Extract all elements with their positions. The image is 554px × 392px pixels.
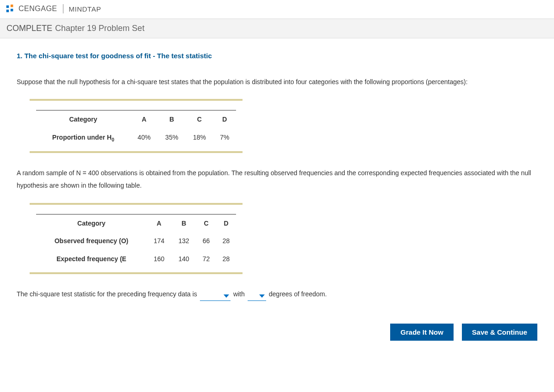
table2-col-d: D [216, 214, 236, 232]
question-paragraph-1: Suppose that the null hypothesis for a c… [17, 76, 537, 88]
table2-row1-a: 174 [147, 232, 172, 250]
table2-row2-b: 140 [171, 250, 196, 268]
table-bottom-rule [30, 151, 243, 153]
table1-col-b: B [158, 110, 186, 129]
question-paragraph-2: A random sample of N = 400 observations … [17, 167, 537, 191]
table2-header-label: Category [36, 214, 147, 232]
footer-buttons: Grade It Now Save & Continue [0, 324, 537, 341]
proportions-table: Category A B C D Proportion under H0 40%… [30, 99, 243, 153]
table2-row2-label: Expected frequency (E [36, 250, 147, 268]
table2-row1-c: 66 [196, 232, 216, 250]
brand-divider [63, 4, 63, 13]
frequencies-table: Category A B C D Observed frequency (O) … [30, 203, 243, 275]
save-continue-button[interactable]: Save & Continue [462, 324, 537, 341]
table2-bottom-rule [30, 272, 243, 274]
table1-cell-b: 35% [158, 129, 186, 147]
table1-col-c: C [186, 110, 213, 129]
question-title: 1. The chi-square test for goodness of f… [17, 49, 537, 63]
test-statistic-dropdown[interactable] [200, 292, 230, 301]
brand-sub: MINDTAP [69, 5, 101, 13]
table1-row1-label-sub: 0 [112, 137, 114, 142]
degrees-of-freedom-dropdown[interactable] [248, 292, 266, 301]
brand-bar: CENGAGE MINDTAP [0, 0, 554, 18]
fill-post: degrees of freedom. [269, 288, 327, 300]
table2-row2-c: 72 [196, 250, 216, 268]
table2-col-b: B [171, 214, 196, 232]
table2-col-a: A [147, 214, 172, 232]
assignment-title: Chapter 19 Problem Set [55, 24, 144, 33]
table2-row1-d: 28 [216, 232, 236, 250]
table1-cell-c: 18% [186, 129, 213, 147]
table1-row1-label-text: Proportion under H [52, 134, 112, 141]
assignment-status: COMPLETE [6, 24, 52, 33]
table1-row1-label: Proportion under H0 [36, 129, 130, 147]
table1-col-a: A [130, 110, 158, 129]
table2-row2-a: 160 [147, 250, 172, 268]
brand-main: CENGAGE [19, 5, 57, 13]
caret-down-icon [224, 294, 229, 298]
caret-down-icon [259, 294, 265, 298]
fill-sentence: The chi-square test statistic for the pr… [17, 288, 537, 300]
table2-row1-b: 132 [171, 232, 196, 250]
table1-header-label: Category [36, 110, 130, 129]
grade-it-now-button[interactable]: Grade It Now [390, 324, 454, 341]
table2-row1-label: Observed frequency (O) [36, 232, 147, 250]
fill-pre: The chi-square test statistic for the pr… [17, 288, 197, 300]
cengage-logo-icon [5, 4, 15, 14]
question-content: 1. The chi-square test for goodness of f… [0, 38, 554, 310]
table2-col-c: C [196, 214, 216, 232]
table1-cell-d: 7% [213, 129, 236, 147]
table1-col-d: D [213, 110, 236, 129]
assignment-header: COMPLETE Chapter 19 Problem Set [0, 18, 554, 38]
table1-cell-a: 40% [130, 129, 158, 147]
fill-mid: with [233, 288, 245, 300]
table2-row2-d: 28 [216, 250, 236, 268]
